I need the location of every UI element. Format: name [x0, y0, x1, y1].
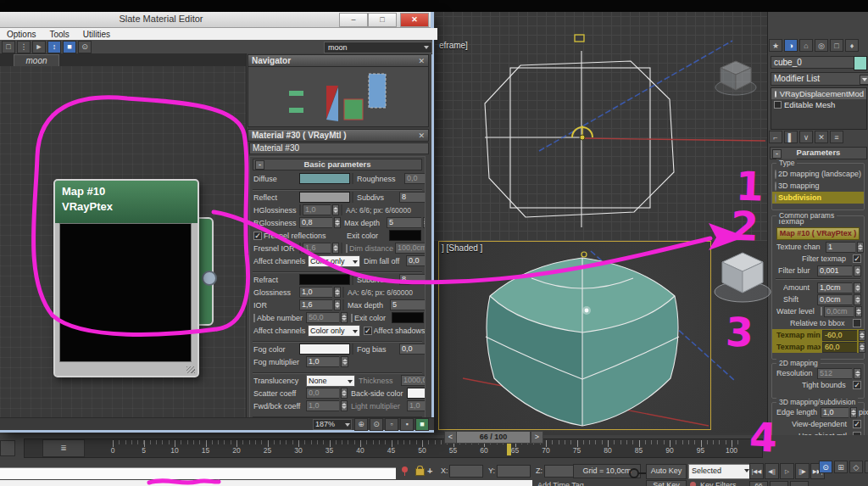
node-header[interactable]: Map #10 VRayPtex [55, 181, 198, 223]
pin-stack-icon[interactable]: ⌐ [769, 131, 782, 143]
y-coordinate-field[interactable] [497, 465, 531, 478]
btn[interactable] [352, 344, 353, 355]
fresnel-ior-lock-button[interactable] [299, 243, 301, 254]
fog-color-swatch[interactable] [299, 344, 350, 355]
menu-options[interactable]: Options [7, 30, 36, 39]
spinner[interactable] [854, 282, 861, 293]
field-100-0cm[interactable]: 100,0cm [395, 243, 426, 254]
modify-tab-icon[interactable]: ◑ [784, 39, 798, 52]
vrayptex-map-node[interactable]: Map #10 VRayPtex [53, 179, 199, 377]
motion-tab-icon[interactable]: ◎ [815, 39, 828, 52]
reflect-subdivs-field[interactable]: 8 [399, 192, 426, 203]
refract-exit-color-checkbox[interactable] [351, 314, 353, 322]
spinner[interactable] [854, 265, 861, 277]
zoom-extents-all-icon[interactable]: ⊙ [819, 461, 832, 473]
3d-mapping-radio[interactable] [775, 182, 776, 191]
show-preview-icon[interactable]: ■ [63, 41, 76, 53]
parameters-rollout-header[interactable]: - Parameters [770, 147, 867, 159]
menu-tools[interactable]: Tools [49, 30, 69, 39]
field-0-8[interactable]: 0,8 [299, 217, 332, 228]
field-5[interactable]: 5 [390, 299, 425, 310]
set-key-button[interactable]: Set Key [646, 480, 687, 486]
refract-subdivs-field[interactable]: 8 [399, 274, 426, 285]
maxscript-mini-listener[interactable] [0, 467, 396, 479]
spinner[interactable] [334, 299, 341, 310]
field-1-0[interactable]: 1,0 [299, 287, 332, 298]
zoom-tool-icon[interactable]: ⊙ [78, 41, 92, 53]
close-button[interactable]: ✕ [400, 13, 429, 27]
zoom-level-dropdown[interactable]: 187% [313, 419, 352, 430]
field-0-0cm[interactable]: 0,0cm [817, 294, 852, 305]
spinner[interactable] [341, 400, 348, 411]
view-tab-moon[interactable]: moon [14, 54, 59, 67]
top-viewport[interactable] [434, 12, 767, 241]
collapse-icon[interactable]: - [255, 160, 264, 170]
btn[interactable] [342, 299, 344, 310]
diffuse-map-button[interactable] [352, 173, 353, 184]
2d-mapping-radio[interactable] [775, 170, 776, 179]
basic-parameters-rollout[interactable]: - Basic parameters [253, 159, 422, 170]
make-unique-icon[interactable]: ∨ [799, 131, 813, 143]
next-frame-button[interactable]: ||▶ [795, 463, 810, 479]
refract-swatch[interactable] [299, 274, 350, 285]
collapse-icon[interactable]: - [772, 149, 782, 159]
persp-viewport-label[interactable]: ] [Shaded ] [442, 243, 482, 253]
top-viewport-label[interactable]: eframe] [439, 41, 468, 50]
spinner[interactable] [857, 242, 864, 253]
field-1-0[interactable]: 1,0 [306, 400, 339, 411]
texmap-map-button[interactable]: Map #10 ( VRayPtex ) [776, 227, 860, 240]
btn[interactable] [341, 204, 342, 215]
spinner[interactable] [341, 388, 348, 399]
dim-distance-checkbox[interactable] [346, 244, 348, 253]
field-1-0[interactable]: 1,0 [303, 204, 331, 215]
field-50-0[interactable]: 50,0 [306, 312, 339, 323]
add-time-tag-button[interactable]: Add Time Tag [537, 481, 584, 486]
modifier-stack-item-vraydisplacementmod[interactable]: VRayDisplacementMod [771, 88, 866, 99]
configure-modifier-sets-icon[interactable]: ≡ [830, 131, 843, 143]
spinner[interactable] [850, 407, 857, 418]
previous-frame-button[interactable]: ◀|| [765, 463, 779, 479]
hierarchy-tab-icon[interactable]: ⌂ [799, 39, 813, 52]
reflect-exit-color-swatch[interactable] [389, 230, 421, 241]
spinner[interactable] [332, 243, 339, 254]
btn[interactable] [342, 287, 344, 298]
roughness-field[interactable]: 0,0 [404, 173, 426, 184]
material-name-field[interactable]: Material #30 [249, 142, 429, 154]
diffuse-swatch[interactable] [299, 173, 350, 184]
spinner[interactable] [423, 217, 426, 228]
selection-lock-icon[interactable] [415, 468, 425, 476]
view-dependent-checkbox[interactable] [853, 420, 861, 428]
affect-shadows-checkbox[interactable] [364, 327, 372, 335]
tight-bounds-checkbox[interactable] [853, 381, 861, 389]
reflect-swatch[interactable] [299, 192, 350, 203]
zoom-all-icon[interactable]: ⊞ [834, 461, 848, 473]
transform-type-in-icon[interactable]: + [427, 466, 432, 476]
object-name-field[interactable]: cube_0 [771, 56, 857, 69]
spinner[interactable] [332, 204, 339, 215]
pan-hand-icon[interactable]: ⊕ [354, 418, 368, 431]
navigator-thumbnail[interactable] [248, 66, 429, 127]
current-frame-field[interactable]: 66 [749, 481, 768, 486]
field-1-6[interactable]: 1,6 [303, 243, 331, 254]
play-button[interactable]: ▷ [780, 463, 794, 479]
field-0-0cm[interactable]: 0,0cm [824, 306, 854, 317]
water-level-checkbox[interactable] [821, 307, 822, 316]
minimize-button[interactable]: – [339, 13, 368, 27]
fresnel-reflections-checkbox[interactable] [253, 232, 262, 240]
field-1-0[interactable]: 1,0 [407, 400, 426, 411]
key-filters-button[interactable]: Key Filters... [700, 481, 743, 486]
time-slider[interactable]: 66 / 100 [456, 431, 531, 444]
node-preview-swatch[interactable] [59, 223, 192, 362]
field-0-0[interactable]: 0,0 [406, 255, 426, 266]
selection-set-dropdown[interactable]: Selected [688, 464, 752, 479]
field-1-0[interactable]: 1,0 [306, 356, 339, 367]
x-coordinate-field[interactable] [449, 465, 483, 478]
field-1-0[interactable]: 1,0 [821, 407, 849, 418]
zoom-node-icon[interactable]: ⊙ [370, 418, 383, 431]
spinner[interactable] [341, 312, 348, 323]
back-side-color-swatch[interactable] [407, 388, 426, 399]
create-tab-icon[interactable]: ★ [769, 39, 782, 52]
spinner[interactable] [855, 306, 862, 317]
btn[interactable] [341, 243, 342, 254]
reflect-affect-channels-dropdown[interactable]: Color only [308, 255, 360, 267]
